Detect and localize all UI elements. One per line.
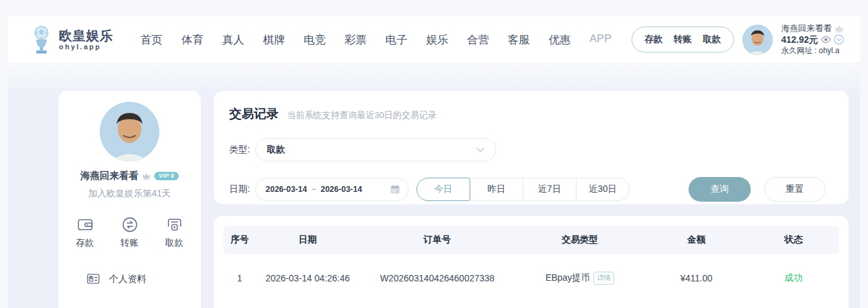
range-today-button[interactable]: 今日 [417,178,470,201]
sidebar-menu: 个人资料 VIP特权 [58,267,201,308]
sidebar-withdraw-action[interactable]: 取款 [165,216,183,249]
wallet-actions-pill: 存款 转账 取款 [632,27,734,53]
cell-index: 1 [223,273,256,283]
menu-item-profile[interactable]: 个人资料 [58,267,201,291]
quick-range-group: 今日 昨日 近7日 近30日 [417,178,630,201]
chevron-down-circle-icon[interactable] [834,34,844,45]
sidebar-transfer-action[interactable]: 转账 [120,216,139,249]
permanent-url: 永久网址 : ohyl.a [781,45,854,56]
eye-icon[interactable] [821,36,831,43]
wallet-icon [76,216,94,233]
nav-item-sports[interactable]: 体育 [181,32,203,47]
user-balance: 412.92元 [781,34,818,45]
nav-item-entertainment[interactable]: 娱乐 [426,32,448,47]
table-row: 1 2026-03-14 04:26:46 W20260314042646002… [223,254,839,302]
col-status: 状态 [748,234,839,246]
date-filter-label: 日期: [229,184,255,195]
main-content: 交易记录 当前系统支持查询最近30日的交易记录 类型: 取款 日期: 2026-… [214,91,849,308]
transfer-link[interactable]: 转账 [674,34,692,45]
col-index: 序号 [223,234,256,246]
user-info: 海燕回来看看 412.92元 永久网址 : ohyl.a [781,23,854,56]
sidebar-avatar[interactable] [100,102,159,161]
cell-type: EBpay提币 详情 [515,272,645,285]
join-days-text: 加入欧皇娱乐第41天 [58,188,201,200]
withdraw-icon [166,216,183,233]
crown-badge-icon [834,25,844,33]
range-yesterday-button[interactable]: 昨日 [470,178,523,201]
nav-item-lottery[interactable]: 彩票 [345,32,367,47]
nav-item-affiliate[interactable]: 合营 [467,32,489,47]
sidebar-deposit-action[interactable]: 存款 [76,216,94,249]
col-type: 交易类型 [515,234,645,246]
type-filter-label: 类型: [229,144,255,156]
type-select-value: 取款 [267,144,476,156]
nav-item-home[interactable]: 首页 [141,32,163,47]
brand-logo[interactable]: 欧皇娱乐 ohyl.app [29,25,113,54]
main-nav: 首页 体育 真人 棋牌 电竞 彩票 电子 娱乐 合营 客服 优惠 APP [141,32,611,47]
page-subtitle: 当前系统支持查询最近30日的交易记录 [287,110,437,121]
crown-badge-icon [142,172,151,180]
brand-domain: ohyl.app [59,43,113,51]
nav-item-slots[interactable]: 电子 [385,32,407,47]
brand-name: 欧皇娱乐 [59,29,113,43]
id-card-icon [86,272,100,286]
range-7days-button[interactable]: 近7日 [523,178,577,201]
cell-order-no: W202603140426460027338 [360,273,515,283]
date-range-input[interactable]: 2026-03-14 ~ 2026-03-14 [255,178,409,201]
nav-item-promo[interactable]: 优惠 [549,32,571,47]
reset-button[interactable]: 重置 [764,177,825,202]
nav-item-chess[interactable]: 棋牌 [263,32,285,47]
cell-date: 2026-03-14 04:26:46 [256,273,360,283]
filter-card: 交易记录 当前系统支持查询最近30日的交易记录 类型: 取款 日期: 2026-… [214,91,849,204]
user-name: 海燕回来看看 [781,23,832,34]
table-header-row: 序号 日期 订单号 交易类型 金额 状态 [223,226,839,254]
date-to: 2026-03-14 [321,185,362,194]
page-title: 交易记录 [229,106,279,123]
type-select[interactable]: 取款 [255,138,496,161]
detail-badge[interactable]: 详情 [593,272,614,285]
nav-item-live[interactable]: 真人 [222,32,244,47]
vip-level-badge: VIP 0 [154,172,179,180]
cell-status: 成功 [748,272,839,284]
nav-item-esports[interactable]: 电竞 [304,32,326,47]
page-body: 海燕回来看看 VIP 0 加入欧皇娱乐第41天 存款 [8,63,860,308]
transfer-icon [121,216,139,233]
col-amount: 金额 [645,234,748,246]
date-from: 2026-03-14 [266,185,307,194]
profile-sidebar: 海燕回来看看 VIP 0 加入欧皇娱乐第41天 存款 [58,91,201,308]
range-30days-button[interactable]: 近30日 [576,178,630,201]
top-navbar: 欧皇娱乐 ohyl.app 首页 体育 真人 棋牌 电竞 彩票 电子 娱乐 合营… [8,16,860,63]
col-order-no: 订单号 [360,234,515,246]
calendar-icon[interactable] [390,184,400,195]
col-date: 日期 [256,234,360,246]
cell-amount: ¥411.00 [645,273,748,283]
date-separator: ~ [312,185,316,194]
deposit-link[interactable]: 存款 [645,34,663,45]
sidebar-username: 海燕回来看看 [80,170,139,182]
sidebar-quick-actions: 存款 转账 [58,216,201,249]
trophy-ball-icon [29,25,54,54]
chevron-down-icon [476,147,485,153]
nav-item-service[interactable]: 客服 [508,32,530,47]
user-avatar[interactable] [742,25,773,55]
query-button[interactable]: 查询 [689,177,751,202]
records-table-card: 序号 日期 订单号 交易类型 金额 状态 1 2026-03-14 04:26:… [214,216,849,308]
nav-item-app[interactable]: APP [589,32,611,47]
withdraw-link[interactable]: 取款 [703,34,721,45]
